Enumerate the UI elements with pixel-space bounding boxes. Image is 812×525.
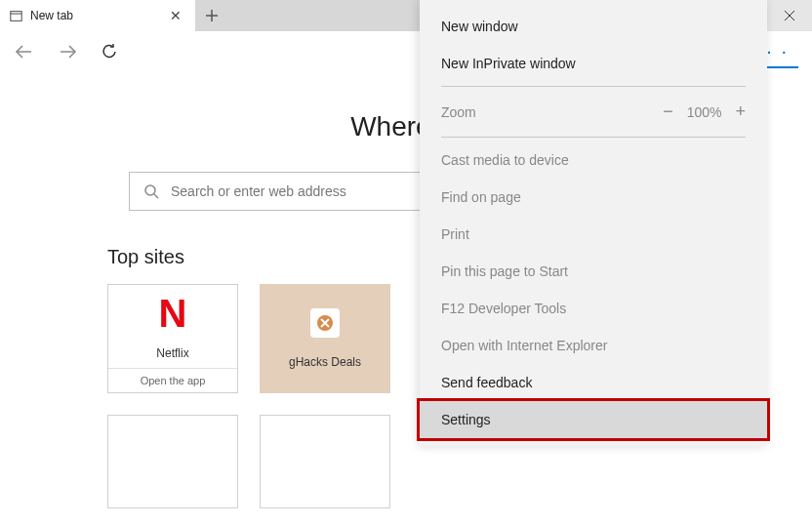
forward-button[interactable] xyxy=(57,41,78,62)
menu-find[interactable]: Find on page xyxy=(420,179,767,216)
close-tab-icon[interactable]: ✕ xyxy=(166,6,185,25)
refresh-button[interactable] xyxy=(100,42,119,61)
close-window-button[interactable] xyxy=(767,0,812,31)
tile-netflix[interactable]: N Netflix Open the app xyxy=(107,284,238,393)
tile-label: gHacks Deals xyxy=(289,355,361,369)
zoom-out-button[interactable]: − xyxy=(663,101,673,122)
open-app-button[interactable]: Open the app xyxy=(108,368,237,392)
zoom-label: Zoom xyxy=(441,104,476,120)
plus-icon xyxy=(205,9,219,22)
tile-ghacks-deals[interactable]: gHacks Deals xyxy=(260,284,390,393)
zoom-in-button[interactable]: + xyxy=(735,101,746,122)
menu-separator xyxy=(441,86,746,87)
refresh-icon xyxy=(100,42,119,61)
page-icon xyxy=(10,10,22,22)
menu-new-window[interactable]: New window xyxy=(420,8,767,45)
menu-cast[interactable]: Cast media to device xyxy=(420,141,767,179)
tile-empty[interactable] xyxy=(107,415,238,508)
zoom-value: 100% xyxy=(687,104,722,120)
more-menu: New window New InPrivate window Zoom − 1… xyxy=(420,0,767,446)
search-icon xyxy=(143,183,159,199)
new-tab-button[interactable] xyxy=(195,0,228,31)
menu-feedback[interactable]: Send feedback xyxy=(420,364,767,401)
close-icon xyxy=(784,10,795,21)
menu-new-inprivate[interactable]: New InPrivate window xyxy=(420,45,767,82)
svg-rect-0 xyxy=(11,11,21,20)
browser-tab[interactable]: New tab ✕ xyxy=(0,0,195,31)
menu-settings[interactable]: Settings xyxy=(420,401,767,438)
menu-print[interactable]: Print xyxy=(420,216,767,253)
menu-separator xyxy=(441,137,746,138)
arrow-left-icon xyxy=(14,41,35,62)
menu-open-ie[interactable]: Open with Internet Explorer xyxy=(420,327,767,364)
menu-pin[interactable]: Pin this page to Start xyxy=(420,253,767,290)
menu-devtools[interactable]: F12 Developer Tools xyxy=(420,290,767,327)
back-button[interactable] xyxy=(14,41,35,62)
netflix-logo: N xyxy=(159,294,187,333)
tab-title: New tab xyxy=(30,9,73,22)
svg-line-11 xyxy=(154,194,158,198)
tile-empty[interactable] xyxy=(260,415,390,508)
ghacks-icon xyxy=(310,308,340,338)
svg-point-10 xyxy=(145,185,155,195)
arrow-right-icon xyxy=(57,41,78,62)
tile-label: Netflix xyxy=(156,346,188,360)
menu-zoom: Zoom − 100% + xyxy=(420,91,767,133)
search-placeholder: Search or enter web address xyxy=(171,183,346,199)
